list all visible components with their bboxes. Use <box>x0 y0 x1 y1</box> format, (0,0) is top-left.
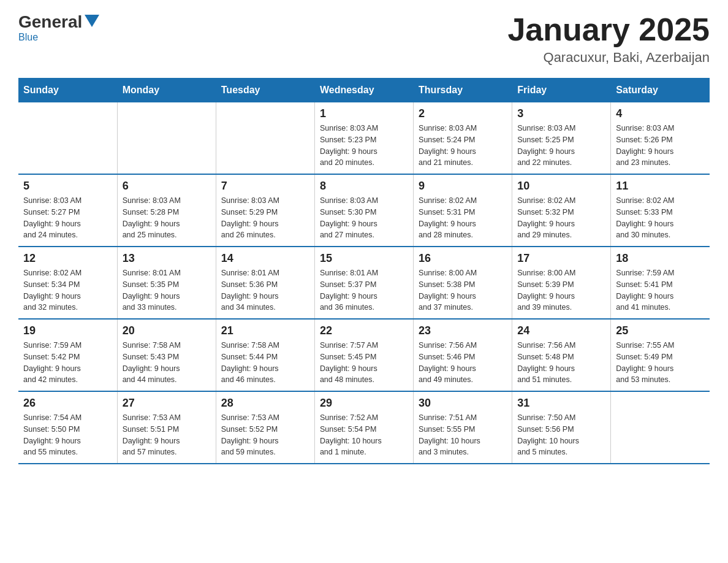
calendar-cell: 6Sunrise: 8:03 AM Sunset: 5:28 PM Daylig… <box>117 174 216 247</box>
day-info: Sunrise: 8:03 AM Sunset: 5:25 PM Dayligh… <box>517 123 605 169</box>
day-info: Sunrise: 7:54 AM Sunset: 5:50 PM Dayligh… <box>23 412 112 458</box>
day-number: 13 <box>123 252 211 265</box>
day-info: Sunrise: 8:01 AM Sunset: 5:36 PM Dayligh… <box>221 267 309 313</box>
day-info: Sunrise: 7:59 AM Sunset: 5:42 PM Dayligh… <box>23 340 112 386</box>
day-info: Sunrise: 7:53 AM Sunset: 5:52 PM Dayligh… <box>221 412 309 458</box>
day-number: 14 <box>221 252 309 265</box>
day-info: Sunrise: 8:02 AM Sunset: 5:34 PM Dayligh… <box>23 267 112 313</box>
location-text: Qaracuxur, Baki, Azerbaijan <box>507 50 710 66</box>
calendar-cell: 30Sunrise: 7:51 AM Sunset: 5:55 PM Dayli… <box>414 391 512 464</box>
day-info: Sunrise: 7:51 AM Sunset: 5:55 PM Dayligh… <box>419 412 507 458</box>
day-info: Sunrise: 8:00 AM Sunset: 5:39 PM Dayligh… <box>517 267 605 313</box>
day-number: 6 <box>123 180 211 193</box>
calendar-header-tuesday: Tuesday <box>216 79 314 102</box>
day-number: 17 <box>517 252 605 265</box>
day-number: 11 <box>616 180 705 193</box>
day-number: 25 <box>616 324 705 337</box>
calendar-header-friday: Friday <box>512 79 611 102</box>
day-info: Sunrise: 7:57 AM Sunset: 5:45 PM Dayligh… <box>320 340 408 386</box>
day-number: 19 <box>23 324 112 337</box>
calendar-cell: 10Sunrise: 8:02 AM Sunset: 5:32 PM Dayli… <box>512 174 611 247</box>
day-number: 10 <box>517 180 605 193</box>
day-info: Sunrise: 7:58 AM Sunset: 5:43 PM Dayligh… <box>123 340 211 386</box>
day-number: 24 <box>517 324 605 337</box>
day-info: Sunrise: 8:03 AM Sunset: 5:30 PM Dayligh… <box>320 195 408 241</box>
day-number: 4 <box>616 107 705 120</box>
calendar-cell: 17Sunrise: 8:00 AM Sunset: 5:39 PM Dayli… <box>512 247 611 319</box>
calendar-cell: 1Sunrise: 8:03 AM Sunset: 5:23 PM Daylig… <box>314 102 413 175</box>
day-info: Sunrise: 8:03 AM Sunset: 5:23 PM Dayligh… <box>320 123 408 169</box>
day-info: Sunrise: 8:03 AM Sunset: 5:28 PM Dayligh… <box>123 195 211 241</box>
day-info: Sunrise: 7:58 AM Sunset: 5:44 PM Dayligh… <box>221 340 309 386</box>
calendar-week-2: 5Sunrise: 8:03 AM Sunset: 5:27 PM Daylig… <box>18 174 710 247</box>
logo-triangle-icon <box>85 15 99 27</box>
day-number: 15 <box>320 252 408 265</box>
calendar-cell: 25Sunrise: 7:55 AM Sunset: 5:49 PM Dayli… <box>611 319 710 391</box>
calendar-cell: 18Sunrise: 7:59 AM Sunset: 5:41 PM Dayli… <box>611 247 710 319</box>
calendar-week-3: 12Sunrise: 8:02 AM Sunset: 5:34 PM Dayli… <box>18 247 710 319</box>
calendar-week-4: 19Sunrise: 7:59 AM Sunset: 5:42 PM Dayli… <box>18 319 710 391</box>
calendar-table: SundayMondayTuesdayWednesdayThursdayFrid… <box>18 78 710 464</box>
calendar-cell: 3Sunrise: 8:03 AM Sunset: 5:25 PM Daylig… <box>512 102 611 175</box>
day-number: 26 <box>23 397 112 410</box>
day-info: Sunrise: 8:02 AM Sunset: 5:32 PM Dayligh… <box>517 195 605 241</box>
day-number: 9 <box>419 180 507 193</box>
day-number: 3 <box>517 107 605 120</box>
calendar-header-thursday: Thursday <box>414 79 512 102</box>
day-number: 7 <box>221 180 309 193</box>
calendar-week-5: 26Sunrise: 7:54 AM Sunset: 5:50 PM Dayli… <box>18 391 710 464</box>
day-number: 18 <box>616 252 705 265</box>
day-info: Sunrise: 8:03 AM Sunset: 5:26 PM Dayligh… <box>616 123 705 169</box>
calendar-cell: 22Sunrise: 7:57 AM Sunset: 5:45 PM Dayli… <box>314 319 413 391</box>
calendar-cell: 2Sunrise: 8:03 AM Sunset: 5:24 PM Daylig… <box>414 102 512 175</box>
calendar-cell: 9Sunrise: 8:02 AM Sunset: 5:31 PM Daylig… <box>414 174 512 247</box>
day-number: 8 <box>320 180 408 193</box>
calendar-cell <box>18 102 117 175</box>
day-info: Sunrise: 7:56 AM Sunset: 5:46 PM Dayligh… <box>419 340 507 386</box>
calendar-cell: 29Sunrise: 7:52 AM Sunset: 5:54 PM Dayli… <box>314 391 413 464</box>
day-info: Sunrise: 8:03 AM Sunset: 5:27 PM Dayligh… <box>23 195 112 241</box>
day-info: Sunrise: 8:03 AM Sunset: 5:24 PM Dayligh… <box>419 123 507 169</box>
calendar-cell: 27Sunrise: 7:53 AM Sunset: 5:51 PM Dayli… <box>117 391 216 464</box>
calendar-cell: 7Sunrise: 8:03 AM Sunset: 5:29 PM Daylig… <box>216 174 314 247</box>
day-number: 20 <box>123 324 211 337</box>
calendar-header-sunday: Sunday <box>18 79 117 102</box>
calendar-header-monday: Monday <box>117 79 216 102</box>
calendar-cell: 4Sunrise: 8:03 AM Sunset: 5:26 PM Daylig… <box>611 102 710 175</box>
calendar-cell: 23Sunrise: 7:56 AM Sunset: 5:46 PM Dayli… <box>414 319 512 391</box>
day-info: Sunrise: 8:02 AM Sunset: 5:31 PM Dayligh… <box>419 195 507 241</box>
calendar-cell: 5Sunrise: 8:03 AM Sunset: 5:27 PM Daylig… <box>18 174 117 247</box>
calendar-cell: 26Sunrise: 7:54 AM Sunset: 5:50 PM Dayli… <box>18 391 117 464</box>
logo-general-text: General <box>18 12 82 32</box>
calendar-week-1: 1Sunrise: 8:03 AM Sunset: 5:23 PM Daylig… <box>18 102 710 175</box>
calendar-cell: 16Sunrise: 8:00 AM Sunset: 5:38 PM Dayli… <box>414 247 512 319</box>
month-title: January 2025 <box>507 12 710 47</box>
day-info: Sunrise: 8:03 AM Sunset: 5:29 PM Dayligh… <box>221 195 309 241</box>
day-number: 22 <box>320 324 408 337</box>
day-info: Sunrise: 7:53 AM Sunset: 5:51 PM Dayligh… <box>123 412 211 458</box>
calendar-cell: 15Sunrise: 8:01 AM Sunset: 5:37 PM Dayli… <box>314 247 413 319</box>
day-info: Sunrise: 7:50 AM Sunset: 5:56 PM Dayligh… <box>517 412 605 458</box>
day-number: 28 <box>221 397 309 410</box>
calendar-cell: 31Sunrise: 7:50 AM Sunset: 5:56 PM Dayli… <box>512 391 611 464</box>
calendar-header-wednesday: Wednesday <box>314 79 413 102</box>
calendar-cell: 28Sunrise: 7:53 AM Sunset: 5:52 PM Dayli… <box>216 391 314 464</box>
calendar-cell: 12Sunrise: 8:02 AM Sunset: 5:34 PM Dayli… <box>18 247 117 319</box>
calendar-cell: 8Sunrise: 8:03 AM Sunset: 5:30 PM Daylig… <box>314 174 413 247</box>
day-number: 23 <box>419 324 507 337</box>
day-info: Sunrise: 8:01 AM Sunset: 5:37 PM Dayligh… <box>320 267 408 313</box>
day-number: 21 <box>221 324 309 337</box>
day-number: 29 <box>320 397 408 410</box>
day-number: 27 <box>123 397 211 410</box>
calendar-cell: 19Sunrise: 7:59 AM Sunset: 5:42 PM Dayli… <box>18 319 117 391</box>
calendar-cell: 21Sunrise: 7:58 AM Sunset: 5:44 PM Dayli… <box>216 319 314 391</box>
day-info: Sunrise: 7:59 AM Sunset: 5:41 PM Dayligh… <box>616 267 705 313</box>
calendar-cell <box>117 102 216 175</box>
day-number: 12 <box>23 252 112 265</box>
calendar-header-saturday: Saturday <box>611 79 710 102</box>
calendar-cell: 24Sunrise: 7:56 AM Sunset: 5:48 PM Dayli… <box>512 319 611 391</box>
page-header: General Blue January 2025 Qaracuxur, Bak… <box>18 12 710 66</box>
day-info: Sunrise: 7:52 AM Sunset: 5:54 PM Dayligh… <box>320 412 408 458</box>
day-number: 5 <box>23 180 112 193</box>
day-info: Sunrise: 8:00 AM Sunset: 5:38 PM Dayligh… <box>419 267 507 313</box>
